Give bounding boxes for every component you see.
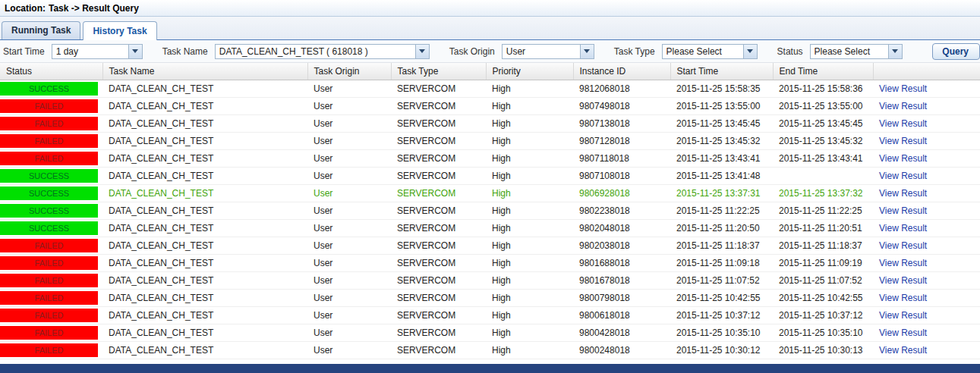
cell-end-time: 2015-11-25 10:35:10 — [773, 324, 873, 341]
cell-task-name: DATA_CLEAN_CH_TEST — [102, 80, 307, 97]
cell-priority: High — [486, 97, 573, 114]
view-result-link[interactable]: View Result — [879, 328, 927, 338]
view-result-link[interactable]: View Result — [879, 293, 927, 303]
cell-task-type: SERVERCOM — [391, 271, 486, 289]
column-header-end-time[interactable]: End Time — [773, 63, 873, 80]
filter-start-time: Start Time 1 day — [3, 44, 143, 59]
cell-status: FAILED — [0, 341, 102, 359]
column-header-task-type[interactable]: Task Type — [391, 63, 486, 80]
cell-end-time: 2015-11-25 11:20:51 — [773, 219, 873, 237]
cell-end-time: 2015-11-25 10:37:12 — [773, 306, 873, 324]
status-badge: FAILED — [0, 343, 98, 357]
cell-priority: High — [486, 184, 573, 202]
column-header-actions[interactable] — [873, 63, 980, 80]
view-result-link[interactable]: View Result — [879, 223, 927, 234]
task-name-dropdown[interactable]: DATA_CLEAN_CH_TEST ( 618018 ) — [215, 44, 430, 59]
table-row[interactable]: FAILEDDATA_CLEAN_CH_TESTUserSERVERCOMHig… — [0, 97, 980, 114]
status-badge: FAILED — [0, 117, 98, 130]
table-row[interactable]: FAILEDDATA_CLEAN_CH_TESTUserSERVERCOMHig… — [0, 254, 980, 271]
chevron-down-icon[interactable] — [888, 45, 902, 58]
cell-end-time: 2015-11-25 13:37:32 — [773, 184, 873, 202]
location-label: Location: — [5, 3, 46, 14]
table-row[interactable]: FAILEDDATA_CLEAN_CH_TESTUserSERVERCOMHig… — [0, 324, 980, 341]
table-row[interactable]: FAILEDDATA_CLEAN_CH_TESTUserSERVERCOMHig… — [0, 132, 980, 149]
filter-bar: Start Time 1 day Task Name DATA_CLEAN_CH… — [0, 40, 980, 63]
status-badge: FAILED — [0, 326, 98, 340]
cell-priority: High — [486, 167, 573, 184]
chevron-down-icon[interactable] — [415, 45, 429, 58]
view-result-link[interactable]: View Result — [879, 118, 927, 129]
cell-task-origin: User — [307, 289, 391, 306]
cell-instance-id: 9801678018 — [573, 271, 670, 289]
table-row[interactable]: SUCCESSDATA_CLEAN_CH_TESTUserSERVERCOMHi… — [0, 219, 980, 237]
column-header-instance-id[interactable]: Instance ID — [573, 63, 670, 80]
table-row[interactable]: FAILEDDATA_CLEAN_CH_TESTUserSERVERCOMHig… — [0, 306, 980, 324]
view-result-link[interactable]: View Result — [879, 188, 927, 199]
cell-end-time: 2015-11-25 13:43:41 — [773, 149, 873, 167]
column-header-task-origin[interactable]: Task Origin — [307, 63, 391, 80]
cell-task-name: DATA_CLEAN_CH_TEST — [102, 184, 307, 202]
table-row[interactable]: FAILEDDATA_CLEAN_CH_TESTUserSERVERCOMHig… — [0, 114, 980, 132]
column-header-priority[interactable]: Priority — [486, 63, 573, 80]
table-row[interactable]: SUCCESSDATA_CLEAN_CH_TESTUserSERVERCOMHi… — [0, 80, 980, 97]
cell-view-result: View Result — [873, 237, 980, 254]
task-type-value[interactable]: Please Select — [663, 45, 743, 58]
query-button[interactable]: Query — [932, 43, 980, 60]
cell-status: FAILED — [0, 114, 102, 132]
status-dropdown[interactable]: Please Select — [810, 44, 903, 59]
table-row[interactable]: FAILEDDATA_CLEAN_CH_TESTUserSERVERCOMHig… — [0, 237, 980, 254]
view-result-link[interactable]: View Result — [879, 310, 927, 321]
cell-end-time: 2015-11-25 10:42:55 — [773, 289, 873, 306]
view-result-link[interactable]: View Result — [879, 258, 927, 268]
tab-running-task[interactable]: Running Task — [2, 21, 80, 39]
task-origin-dropdown[interactable]: User — [502, 44, 594, 59]
filter-task-type: Task Type Please Select — [614, 44, 758, 59]
view-result-link[interactable]: View Result — [879, 136, 927, 146]
start-time-dropdown[interactable]: 1 day — [52, 44, 143, 59]
view-result-link[interactable]: View Result — [879, 345, 927, 356]
view-result-link[interactable]: View Result — [879, 83, 927, 94]
table-row[interactable]: FAILEDDATA_CLEAN_CH_TESTUserSERVERCOMHig… — [0, 271, 980, 289]
cell-task-origin: User — [307, 114, 391, 132]
chevron-down-icon[interactable] — [743, 45, 757, 58]
view-result-link[interactable]: View Result — [879, 275, 927, 286]
cell-priority: High — [486, 254, 573, 271]
cell-instance-id: 9800248018 — [573, 341, 670, 359]
table-row[interactable]: FAILEDDATA_CLEAN_CH_TESTUserSERVERCOMHig… — [0, 341, 980, 359]
start-time-value[interactable]: 1 day — [52, 45, 128, 58]
cell-priority: High — [486, 306, 573, 324]
task-name-value[interactable]: DATA_CLEAN_CH_TEST ( 618018 ) — [216, 45, 415, 58]
task-origin-value[interactable]: User — [503, 45, 580, 58]
view-result-link[interactable]: View Result — [879, 171, 927, 181]
cell-start-time: 2015-11-25 11:09:18 — [670, 254, 773, 271]
cell-task-type: SERVERCOM — [391, 80, 486, 97]
cell-task-origin: User — [307, 219, 391, 237]
cell-task-type: SERVERCOM — [391, 132, 486, 149]
chevron-down-icon[interactable] — [128, 45, 142, 58]
table-row[interactable]: FAILEDDATA_CLEAN_CH_TESTUserSERVERCOMHig… — [0, 149, 980, 167]
table-row[interactable]: SUCCESSDATA_CLEAN_CH_TESTUserSERVERCOMHi… — [0, 167, 980, 184]
cell-start-time: 2015-11-25 10:37:12 — [670, 306, 773, 324]
table-row[interactable]: SUCCESSDATA_CLEAN_CH_TESTUserSERVERCOMHi… — [0, 184, 980, 202]
view-result-link[interactable]: View Result — [879, 205, 927, 216]
tab-history-task[interactable]: History Task — [83, 21, 156, 40]
cell-start-time: 2015-11-25 13:55:00 — [670, 97, 773, 114]
cell-end-time: 2015-11-25 15:58:36 — [773, 80, 873, 97]
column-header-start-time[interactable]: Start Time — [670, 63, 773, 80]
column-header-task-name[interactable]: Task Name — [102, 63, 307, 80]
task-type-dropdown[interactable]: Please Select — [662, 44, 758, 59]
chevron-down-icon[interactable] — [580, 45, 594, 58]
cell-task-origin: User — [307, 167, 391, 184]
column-header-status[interactable]: Status — [0, 63, 102, 80]
view-result-link[interactable]: View Result — [879, 101, 927, 111]
table-row[interactable]: FAILEDDATA_CLEAN_CH_TESTUserSERVERCOMHig… — [0, 289, 980, 306]
filter-status: Status Please Select — [777, 44, 903, 59]
cell-start-time: 2015-11-25 10:35:10 — [670, 324, 773, 341]
cell-task-name: DATA_CLEAN_CH_TEST — [102, 149, 307, 167]
table-row[interactable]: SUCCESSDATA_CLEAN_CH_TESTUserSERVERCOMHi… — [0, 202, 980, 219]
status-value[interactable]: Please Select — [811, 45, 888, 58]
cell-instance-id: 9812068018 — [573, 80, 670, 97]
status-badge: FAILED — [0, 309, 98, 322]
view-result-link[interactable]: View Result — [879, 240, 927, 251]
view-result-link[interactable]: View Result — [879, 153, 927, 164]
